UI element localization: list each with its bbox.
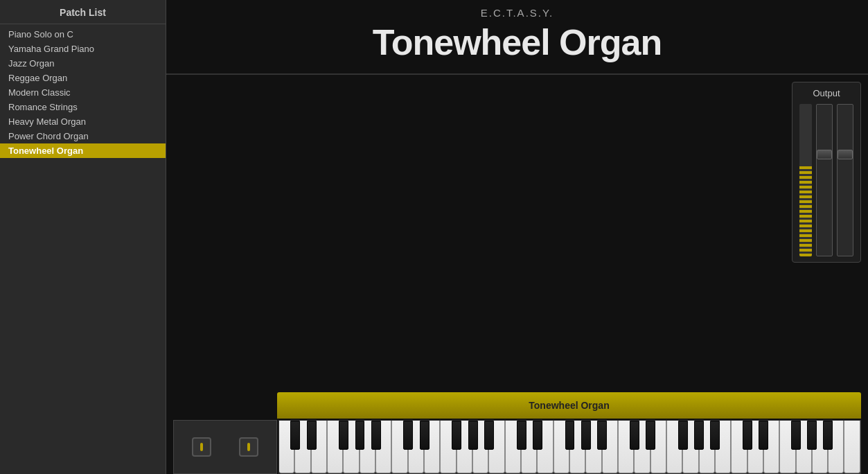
white-key[interactable] xyxy=(618,421,634,473)
knob-indicator-1 xyxy=(200,443,203,451)
white-key[interactable] xyxy=(472,421,488,473)
sidebar: Patch List Piano Solo on CYamaha Grand P… xyxy=(0,0,166,474)
white-key[interactable] xyxy=(715,421,731,473)
white-key[interactable] xyxy=(343,421,359,473)
white-key[interactable] xyxy=(408,421,424,473)
white-key[interactable] xyxy=(375,421,391,473)
white-key[interactable] xyxy=(488,421,504,473)
white-key[interactable] xyxy=(391,421,407,473)
patch-list-item[interactable]: Power Chord Organ xyxy=(0,129,166,143)
white-key[interactable] xyxy=(731,421,747,473)
meter-fill-left xyxy=(799,165,812,256)
patch-list-title: Patch List xyxy=(0,0,166,24)
white-key[interactable] xyxy=(440,421,456,473)
knob-outer-2[interactable] xyxy=(239,437,258,457)
patch-list-item[interactable]: Yamaha Grand Piano xyxy=(0,42,166,56)
patch-list-item[interactable]: Heavy Metal Organ xyxy=(0,114,166,129)
white-key[interactable] xyxy=(602,421,618,473)
white-key[interactable] xyxy=(424,421,440,473)
white-key[interactable] xyxy=(521,421,537,473)
white-key[interactable] xyxy=(634,421,650,473)
white-key[interactable] xyxy=(327,421,343,473)
white-key[interactable] xyxy=(537,421,553,473)
white-key[interactable] xyxy=(796,421,812,473)
knob-indicator-2 xyxy=(247,443,250,451)
white-key[interactable] xyxy=(682,421,698,473)
controls-box xyxy=(173,420,277,474)
instrument-bar: Tonewheel Organ xyxy=(277,392,861,419)
app-name: E.C.T.A.S.Y. xyxy=(180,7,854,19)
white-key[interactable] xyxy=(828,421,844,473)
white-key[interactable] xyxy=(585,421,601,473)
white-key[interactable] xyxy=(279,421,294,473)
piano-keyboard[interactable] xyxy=(278,420,861,474)
knob-outer-1[interactable] xyxy=(192,437,211,457)
white-key[interactable] xyxy=(763,421,779,473)
control-knob-1 xyxy=(192,437,211,457)
output-fader-left[interactable] xyxy=(816,104,833,256)
white-key[interactable] xyxy=(699,421,715,473)
patch-list-item[interactable]: Piano Solo on C xyxy=(0,27,166,42)
white-key[interactable] xyxy=(311,421,327,473)
white-key[interactable] xyxy=(844,421,860,473)
output-label: Output xyxy=(798,88,855,98)
control-knob-2 xyxy=(239,437,258,457)
white-key[interactable] xyxy=(553,421,569,473)
patch-list-item[interactable]: Modern Classic xyxy=(0,85,166,100)
white-key[interactable] xyxy=(457,421,472,473)
patch-list: Piano Solo on CYamaha Grand PianoJazz Or… xyxy=(0,24,166,161)
output-meters xyxy=(798,104,855,256)
patch-list-item[interactable]: Tonewheel Organ xyxy=(0,143,166,158)
instrument-bar-name: Tonewheel Organ xyxy=(529,400,609,411)
patch-name: Tonewheel Organ xyxy=(180,21,854,63)
white-key[interactable] xyxy=(779,421,795,473)
white-key[interactable] xyxy=(650,421,666,473)
header: E.C.T.A.S.Y. Tonewheel Organ xyxy=(166,0,868,75)
white-key[interactable] xyxy=(294,421,310,473)
output-fader-right[interactable] xyxy=(837,104,853,256)
white-key[interactable] xyxy=(569,421,585,473)
main-content: E.C.T.A.S.Y. Tonewheel Organ Output xyxy=(166,0,868,474)
patch-list-item[interactable]: Jazz Organ xyxy=(0,56,166,71)
white-key[interactable] xyxy=(360,421,375,473)
white-key[interactable] xyxy=(812,421,828,473)
content-area: Output Tonewheel Organ xyxy=(166,75,868,474)
output-panel: Output xyxy=(792,82,861,263)
white-key[interactable] xyxy=(666,421,682,473)
patch-list-item[interactable]: Romance Strings xyxy=(0,100,166,114)
white-key[interactable] xyxy=(505,421,521,473)
white-keys-row xyxy=(279,421,860,473)
keyboard-area: Tonewheel Organ xyxy=(166,377,868,474)
meter-track-left xyxy=(799,104,812,256)
patch-list-item[interactable]: Reggae Organ xyxy=(0,71,166,85)
fader-thumb-right[interactable] xyxy=(838,150,853,159)
fader-thumb-left[interactable] xyxy=(817,150,832,159)
white-key[interactable] xyxy=(747,421,763,473)
